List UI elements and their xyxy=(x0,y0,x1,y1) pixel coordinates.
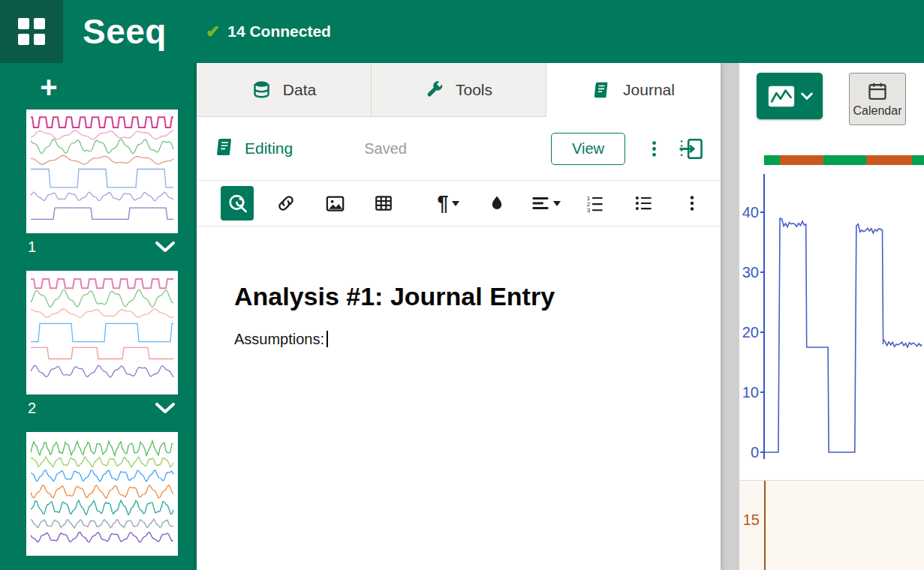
secondary-trend-chart[interactable]: 15 xyxy=(739,480,924,570)
svg-text:10: 10 xyxy=(742,384,759,400)
worksheet-label-row-1: 1 xyxy=(26,233,178,260)
worksheet-2-preview-chart xyxy=(26,271,178,394)
connection-status-label: 14 Connected xyxy=(227,22,331,40)
seeq-logo[interactable]: Seeq xyxy=(83,14,167,49)
worksheet-1-preview-chart xyxy=(26,110,178,233)
chevron-down-icon xyxy=(801,92,813,100)
journal-icon xyxy=(592,80,612,100)
panel-tabs: Data Tools Journal xyxy=(197,63,721,117)
insert-table-button[interactable] xyxy=(367,186,400,220)
editing-label: Editing xyxy=(245,140,293,158)
svg-text:30: 30 xyxy=(742,264,759,280)
worksheet-thumbnail-1[interactable] xyxy=(26,110,178,233)
database-icon xyxy=(251,80,272,100)
pilcrow-icon: ¶ xyxy=(437,194,448,214)
image-icon xyxy=(325,194,345,214)
grid-icon xyxy=(18,18,29,29)
text-color-button[interactable] xyxy=(480,186,513,220)
align-left-icon xyxy=(531,194,550,213)
journal-editor-toolbar: ¶ 123 xyxy=(197,180,721,226)
paragraph-style-button[interactable]: ¶ xyxy=(432,186,465,220)
chevron-down-icon[interactable] xyxy=(155,242,178,252)
worksheet-sidebar: + 1 2 xyxy=(0,63,197,570)
topbar: Seeq ✔ 14 Connected xyxy=(0,0,924,63)
journal-header-bar: Editing Saved View xyxy=(197,117,721,180)
worksheet-3-preview-chart xyxy=(26,432,178,556)
svg-text:40: 40 xyxy=(742,204,759,220)
worksheet-number: 1 xyxy=(26,238,36,256)
seeq-spiral-icon xyxy=(227,193,248,214)
editing-mode-indicator[interactable]: Editing xyxy=(215,136,293,161)
numbered-list-button[interactable]: 123 xyxy=(578,186,611,220)
worksheet-number: 2 xyxy=(26,400,36,417)
worksheet-label-row-2: 2 xyxy=(26,394,178,422)
text-cursor xyxy=(327,331,328,347)
tab-tools[interactable]: Tools xyxy=(372,63,546,117)
svg-text:20: 20 xyxy=(742,324,759,340)
journal-menu-kebab-icon[interactable] xyxy=(645,140,664,158)
condition-capsule-bar[interactable] xyxy=(764,155,924,165)
link-icon xyxy=(276,194,296,213)
calendar-icon xyxy=(867,81,888,102)
journal-icon xyxy=(215,136,236,161)
popout-icon[interactable] xyxy=(679,137,704,160)
trend-view-button[interactable] xyxy=(757,73,823,119)
trend-chart[interactable]: 403020100 xyxy=(739,165,924,480)
link-button[interactable] xyxy=(269,186,302,220)
app-grid-button[interactable] xyxy=(0,0,63,63)
numbered-list-icon: 123 xyxy=(585,194,604,213)
chevron-down-icon[interactable] xyxy=(155,403,178,413)
caret-down-icon xyxy=(553,201,561,206)
saved-status: Saved xyxy=(364,140,407,158)
line-chart-icon xyxy=(767,85,796,108)
y-axis-tick-label: 15 xyxy=(739,512,760,529)
insert-seeq-link-button[interactable] xyxy=(221,186,254,220)
svg-text:3: 3 xyxy=(587,207,591,213)
insert-image-button[interactable] xyxy=(318,186,351,220)
toolbar-kebab-icon[interactable] xyxy=(676,186,709,220)
tab-label: Journal xyxy=(623,81,675,99)
y-axis-line xyxy=(764,481,766,570)
journal-title: Analysis #1: Journal Entry xyxy=(234,282,683,311)
worksheet-thumbnail-3[interactable] xyxy=(26,432,178,556)
connection-status[interactable]: ✔ 14 Connected xyxy=(206,22,331,40)
tab-label: Data xyxy=(283,81,316,99)
capsule-segment[interactable] xyxy=(780,155,823,165)
journal-editor[interactable]: Analysis #1: Journal Entry Assumptions: xyxy=(197,226,721,570)
add-worksheet-button[interactable]: + xyxy=(36,72,62,102)
journal-body-text: Assumptions: xyxy=(234,331,324,347)
trend-chart-svg: 403020100 xyxy=(739,165,924,480)
table-icon xyxy=(374,194,393,213)
bullet-list-icon xyxy=(634,194,653,213)
align-button[interactable] xyxy=(529,186,562,220)
view-button[interactable]: View xyxy=(551,133,625,165)
display-pane-toolbar: Calendar xyxy=(739,63,924,145)
tab-label: Tools xyxy=(456,81,492,99)
svg-text:0: 0 xyxy=(751,444,759,460)
capsule-segment[interactable] xyxy=(866,155,912,165)
tab-data[interactable]: Data xyxy=(197,63,372,117)
tab-journal[interactable]: Journal xyxy=(546,63,721,117)
caret-down-icon xyxy=(452,201,459,206)
main-panel: Data Tools Journal Editing Saved View xyxy=(197,63,721,570)
droplet-icon xyxy=(488,194,506,212)
worksheet-thumbnail-2[interactable] xyxy=(26,271,178,394)
bullet-list-button[interactable] xyxy=(627,186,660,220)
calendar-button-label: Calendar xyxy=(853,104,902,118)
display-pane: Calendar 403020100 15 xyxy=(739,63,924,570)
calendar-button[interactable]: Calendar xyxy=(849,73,906,125)
check-icon: ✔ xyxy=(206,23,220,40)
wrench-icon xyxy=(425,80,444,100)
